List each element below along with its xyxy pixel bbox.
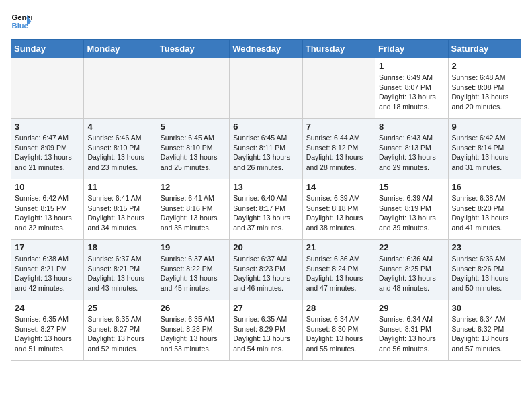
calendar-cell: 10Sunrise: 6:42 AM Sunset: 8:15 PM Dayli… — [11, 179, 84, 240]
weekday-sunday: Sunday — [11, 40, 84, 58]
weekday-saturday: Saturday — [448, 40, 521, 58]
day-number: 5 — [161, 122, 226, 132]
day-number: 28 — [306, 303, 371, 313]
logo: General Blue — [11, 11, 32, 32]
cell-details: Sunrise: 6:37 AM Sunset: 8:23 PM Dayligh… — [233, 254, 298, 293]
day-number: 8 — [379, 122, 444, 132]
calendar-cell: 5Sunrise: 6:45 AM Sunset: 8:10 PM Daylig… — [157, 119, 229, 179]
day-number: 9 — [452, 122, 517, 132]
calendar-cell: 8Sunrise: 6:43 AM Sunset: 8:13 PM Daylig… — [375, 119, 448, 179]
weekday-monday: Monday — [84, 40, 157, 58]
day-number: 16 — [452, 182, 517, 192]
calendar-cell: 24Sunrise: 6:35 AM Sunset: 8:27 PM Dayli… — [11, 300, 84, 361]
week-row-2: 10Sunrise: 6:42 AM Sunset: 8:15 PM Dayli… — [11, 179, 521, 240]
cell-details: Sunrise: 6:40 AM Sunset: 8:17 PM Dayligh… — [233, 193, 298, 233]
day-number: 4 — [87, 122, 152, 132]
calendar-body: 1Sunrise: 6:49 AM Sunset: 8:07 PM Daylig… — [11, 58, 521, 361]
calendar-cell: 19Sunrise: 6:37 AM Sunset: 8:22 PM Dayli… — [157, 240, 229, 300]
cell-details: Sunrise: 6:43 AM Sunset: 8:13 PM Dayligh… — [379, 133, 444, 173]
calendar-cell: 12Sunrise: 6:41 AM Sunset: 8:16 PM Dayli… — [157, 179, 229, 240]
cell-details: Sunrise: 6:34 AM Sunset: 8:32 PM Dayligh… — [452, 314, 517, 354]
week-row-3: 17Sunrise: 6:38 AM Sunset: 8:21 PM Dayli… — [11, 240, 521, 300]
weekday-thursday: Thursday — [302, 40, 375, 58]
calendar-cell: 30Sunrise: 6:34 AM Sunset: 8:32 PM Dayli… — [448, 300, 521, 361]
calendar-cell: 25Sunrise: 6:35 AM Sunset: 8:27 PM Dayli… — [84, 300, 157, 361]
day-number: 19 — [161, 242, 226, 253]
day-number: 23 — [452, 242, 517, 253]
week-row-1: 3Sunrise: 6:47 AM Sunset: 8:09 PM Daylig… — [11, 119, 521, 179]
calendar-cell: 21Sunrise: 6:36 AM Sunset: 8:24 PM Dayli… — [302, 240, 375, 300]
cell-details: Sunrise: 6:35 AM Sunset: 8:27 PM Dayligh… — [15, 314, 80, 354]
day-number: 15 — [379, 182, 444, 192]
weekday-header-row: SundayMondayTuesdayWednesdayThursdayFrid… — [11, 40, 521, 58]
calendar-cell: 3Sunrise: 6:47 AM Sunset: 8:09 PM Daylig… — [11, 119, 84, 179]
calendar-cell: 27Sunrise: 6:35 AM Sunset: 8:29 PM Dayli… — [230, 300, 302, 361]
day-number: 10 — [15, 182, 80, 192]
cell-details: Sunrise: 6:48 AM Sunset: 8:08 PM Dayligh… — [452, 73, 517, 112]
day-number: 1 — [379, 61, 444, 71]
page-header: General Blue — [11, 11, 521, 32]
day-number: 13 — [233, 182, 298, 192]
day-number: 21 — [306, 242, 371, 253]
cell-details: Sunrise: 6:46 AM Sunset: 8:10 PM Dayligh… — [87, 133, 152, 173]
calendar-cell: 18Sunrise: 6:37 AM Sunset: 8:21 PM Dayli… — [84, 240, 157, 300]
cell-details: Sunrise: 6:37 AM Sunset: 8:22 PM Dayligh… — [161, 254, 226, 293]
logo-icon: General Blue — [11, 11, 32, 32]
calendar-cell: 9Sunrise: 6:42 AM Sunset: 8:14 PM Daylig… — [448, 119, 521, 179]
weekday-wednesday: Wednesday — [230, 40, 302, 58]
day-number: 11 — [87, 182, 152, 192]
day-number: 27 — [233, 303, 298, 313]
cell-details: Sunrise: 6:35 AM Sunset: 8:29 PM Dayligh… — [233, 314, 298, 354]
svg-text:Blue: Blue — [12, 21, 28, 30]
calendar-cell: 29Sunrise: 6:34 AM Sunset: 8:31 PM Dayli… — [375, 300, 448, 361]
day-number: 24 — [15, 303, 80, 313]
calendar-cell: 16Sunrise: 6:38 AM Sunset: 8:20 PM Dayli… — [448, 179, 521, 240]
calendar-cell — [230, 58, 302, 119]
calendar-cell: 4Sunrise: 6:46 AM Sunset: 8:10 PM Daylig… — [84, 119, 157, 179]
day-number: 26 — [161, 303, 226, 313]
cell-details: Sunrise: 6:35 AM Sunset: 8:27 PM Dayligh… — [87, 314, 152, 354]
calendar-cell: 6Sunrise: 6:45 AM Sunset: 8:11 PM Daylig… — [230, 119, 302, 179]
cell-details: Sunrise: 6:38 AM Sunset: 8:20 PM Dayligh… — [452, 193, 517, 233]
calendar-cell: 11Sunrise: 6:41 AM Sunset: 8:15 PM Dayli… — [84, 179, 157, 240]
cell-details: Sunrise: 6:45 AM Sunset: 8:10 PM Dayligh… — [161, 133, 226, 173]
day-number: 2 — [452, 61, 517, 71]
calendar-cell: 2Sunrise: 6:48 AM Sunset: 8:08 PM Daylig… — [448, 58, 521, 119]
day-number: 20 — [233, 242, 298, 253]
cell-details: Sunrise: 6:41 AM Sunset: 8:15 PM Dayligh… — [87, 193, 152, 233]
cell-details: Sunrise: 6:39 AM Sunset: 8:19 PM Dayligh… — [379, 193, 444, 233]
calendar-table: SundayMondayTuesdayWednesdayThursdayFrid… — [11, 39, 521, 361]
day-number: 3 — [15, 122, 80, 132]
cell-details: Sunrise: 6:39 AM Sunset: 8:18 PM Dayligh… — [306, 193, 371, 233]
cell-details: Sunrise: 6:42 AM Sunset: 8:14 PM Dayligh… — [452, 133, 517, 173]
day-number: 25 — [87, 303, 152, 313]
calendar-cell: 23Sunrise: 6:36 AM Sunset: 8:26 PM Dayli… — [448, 240, 521, 300]
weekday-tuesday: Tuesday — [157, 40, 229, 58]
calendar-cell: 22Sunrise: 6:36 AM Sunset: 8:25 PM Dayli… — [375, 240, 448, 300]
week-row-4: 24Sunrise: 6:35 AM Sunset: 8:27 PM Dayli… — [11, 300, 521, 361]
cell-details: Sunrise: 6:38 AM Sunset: 8:21 PM Dayligh… — [15, 254, 80, 293]
cell-details: Sunrise: 6:34 AM Sunset: 8:31 PM Dayligh… — [379, 314, 444, 354]
cell-details: Sunrise: 6:36 AM Sunset: 8:25 PM Dayligh… — [379, 254, 444, 293]
cell-details: Sunrise: 6:37 AM Sunset: 8:21 PM Dayligh… — [87, 254, 152, 293]
cell-details: Sunrise: 6:44 AM Sunset: 8:12 PM Dayligh… — [306, 133, 371, 173]
calendar-cell — [11, 58, 84, 119]
cell-details: Sunrise: 6:36 AM Sunset: 8:26 PM Dayligh… — [452, 254, 517, 293]
calendar-cell: 1Sunrise: 6:49 AM Sunset: 8:07 PM Daylig… — [375, 58, 448, 119]
day-number: 6 — [233, 122, 298, 132]
day-number: 7 — [306, 122, 371, 132]
calendar-cell: 17Sunrise: 6:38 AM Sunset: 8:21 PM Dayli… — [11, 240, 84, 300]
weekday-friday: Friday — [375, 40, 448, 58]
cell-details: Sunrise: 6:36 AM Sunset: 8:24 PM Dayligh… — [306, 254, 371, 293]
week-row-0: 1Sunrise: 6:49 AM Sunset: 8:07 PM Daylig… — [11, 58, 521, 119]
calendar-cell: 7Sunrise: 6:44 AM Sunset: 8:12 PM Daylig… — [302, 119, 375, 179]
calendar-cell — [84, 58, 157, 119]
calendar-cell — [302, 58, 375, 119]
calendar-cell: 13Sunrise: 6:40 AM Sunset: 8:17 PM Dayli… — [230, 179, 302, 240]
cell-details: Sunrise: 6:42 AM Sunset: 8:15 PM Dayligh… — [15, 193, 80, 233]
cell-details: Sunrise: 6:45 AM Sunset: 8:11 PM Dayligh… — [233, 133, 298, 173]
day-number: 17 — [15, 242, 80, 253]
cell-details: Sunrise: 6:35 AM Sunset: 8:28 PM Dayligh… — [161, 314, 226, 354]
cell-details: Sunrise: 6:41 AM Sunset: 8:16 PM Dayligh… — [161, 193, 226, 233]
calendar-cell: 15Sunrise: 6:39 AM Sunset: 8:19 PM Dayli… — [375, 179, 448, 240]
